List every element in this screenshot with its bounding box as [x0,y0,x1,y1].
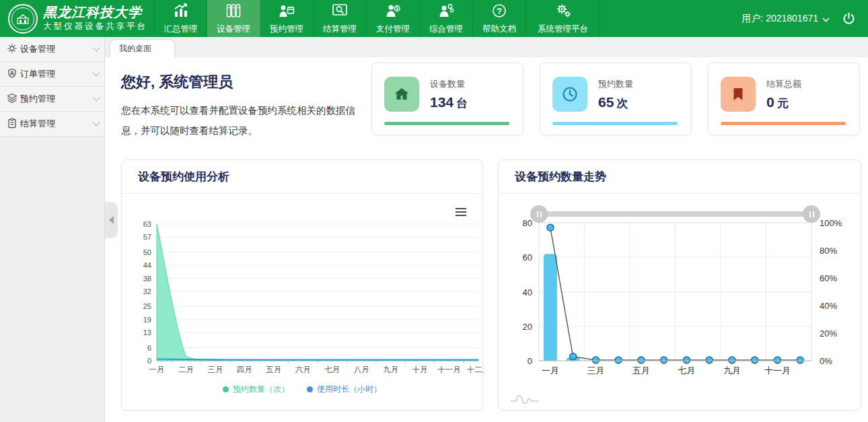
nav-item-settlement[interactable]: 结算管理 [314,0,367,37]
slider-track[interactable] [539,211,811,217]
tab-my-desktop[interactable]: 我的桌面 [110,39,175,57]
nav-item-label: 预约管理 [270,24,303,35]
stat-label: 设备数量 [430,78,468,90]
sidebar-item-reservation[interactable]: 预约管理 [0,87,104,112]
svg-text:一月: 一月 [542,365,559,376]
calendar-user-icon [278,3,295,24]
nav-item-general[interactable]: 综合管理 [420,0,473,37]
stat-value: 134台 [430,94,468,111]
clock-icon [552,77,587,112]
usage-chart[interactable]: 06131925323844505763一月二月三月四月五月六月七月八月九月十月… [122,194,484,381]
svg-text:13: 13 [143,328,151,337]
stat-accent-bar [384,122,509,125]
gears-icon [554,3,572,24]
main-nav: 汇总管理 设备管理 [154,0,600,37]
svg-text:五月: 五月 [632,365,650,376]
stat-label: 结算总额 [766,78,801,90]
slider-left-handle[interactable] [530,205,548,223]
nav-item-label: 系统管理平台 [538,24,588,35]
clipboard-icon [7,118,20,131]
chevron-down-icon [92,118,100,126]
svg-text:十二月: 十二月 [467,365,484,374]
svg-text:六月: 六月 [295,365,311,374]
welcome-description: 您在本系统可以查看并配置设备预约系统相关的数据信 息，并可以随时查看结算记录。 [121,100,371,141]
chevron-down-icon [92,44,100,51]
audit-screen-icon [331,3,349,24]
legend-item-usage-hours[interactable]: 使用时长（小时） [307,384,382,395]
stat-card-equipment-count: 设备数量 134台 [371,63,523,135]
svg-text:20%: 20% [820,328,837,339]
layers-icon [7,93,20,106]
nav-item-help[interactable]: ? 帮助文档 [473,0,526,37]
nav-item-system-admin[interactable]: 系统管理平台 [526,0,600,37]
svg-text:九月: 九月 [723,365,741,376]
svg-text:57: 57 [143,233,151,241]
svg-text:40: 40 [523,287,532,297]
svg-text:十月: 十月 [412,365,428,374]
pay-user-icon: S [384,3,402,24]
datazoom-slider[interactable] [539,205,811,223]
svg-text:0: 0 [147,357,151,365]
sidebar-item-label: 结算管理 [20,118,55,130]
stat-card-settlement-total: 结算总额 0元 [708,63,860,135]
nav-item-label: 支付管理 [376,24,410,35]
sidebar-item-equipment[interactable]: 设备管理 [0,37,104,62]
stat-accent-bar [721,122,846,125]
svg-text:20: 20 [523,322,532,332]
sidebar-item-label: 订单管理 [20,68,55,80]
university-name: 黑龙江科技大学 [43,5,147,20]
legend-item-reservations[interactable]: 预约数量（次） [223,384,289,395]
nav-item-equipment[interactable]: 设备管理 [207,0,260,37]
svg-text:0: 0 [528,356,532,366]
sidebar: 设备管理 订单管理 预约管理 [0,37,105,422]
user-menu[interactable]: 用户: 2021801671 [742,13,830,25]
trend-chart[interactable]: 0204060800%20%40%60%80%100%一月三月五月七月九月十一月 [499,201,861,384]
sidebar-item-label: 预约管理 [20,93,55,105]
sidebar-item-orders[interactable]: 订单管理 [0,62,104,87]
svg-text:60: 60 [523,252,532,262]
svg-text:63: 63 [143,220,151,228]
welcome-block: 您好, 系统管理员 您在本系统可以查看并配置设备预约系统相关的数据信 息，并可以… [121,63,371,141]
university-seal-icon [8,4,38,34]
slider-right-handle[interactable] [803,205,820,223]
nav-item-reservation[interactable]: 预约管理 [260,0,314,37]
svg-text:44: 44 [143,261,151,269]
svg-text:七月: 七月 [324,365,340,374]
svg-text:0%: 0% [820,356,832,366]
chevron-down-icon [822,13,830,24]
svg-text:60%: 60% [820,273,837,283]
svg-text:?: ? [497,5,502,15]
chart-menu-icon[interactable] [456,206,466,218]
top-navbar: 黑龙江科技大学 大型仪器设备共享平台 汇总管理 [0,0,868,37]
bar-chart-icon [172,3,190,24]
bookmark-icon [721,77,756,112]
svg-text:七月: 七月 [678,365,695,376]
svg-text:三月: 三月 [587,365,604,376]
nav-item-label: 结算管理 [323,24,357,35]
sidebar-collapse-handle[interactable] [105,202,118,238]
svg-text:40%: 40% [820,301,837,311]
usage-chart-legend: 预约数量（次） 使用时长（小时） [122,384,482,395]
trend-thumbnail-icon[interactable] [509,389,542,407]
gear-icon [7,43,20,56]
logout-power-icon[interactable] [842,11,856,26]
stat-accent-bar [552,122,678,125]
svg-text:八月: 八月 [354,365,369,374]
chevron-left-icon [109,216,114,224]
question-icon: ? [491,3,508,24]
nav-item-summary[interactable]: 汇总管理 [154,0,207,37]
svg-text:一月: 一月 [149,365,165,374]
svg-text:19: 19 [143,316,151,324]
archive-icon [225,3,242,24]
svg-text:三月: 三月 [207,365,223,374]
sidebar-item-settlement[interactable]: 结算管理 [0,112,104,137]
usage-chart-title: 设备预约使用分析 [122,160,482,194]
user-label: 用户: 2021801671 [742,13,818,25]
nav-item-label: 汇总管理 [164,24,198,35]
platform-name: 大型仪器设备共享平台 [43,21,147,32]
svg-text:十一月: 十一月 [437,365,461,374]
nav-item-label: 帮助文档 [482,24,516,35]
svg-text:100%: 100% [820,218,842,228]
nav-item-payment[interactable]: S 支付管理 [367,0,420,37]
sidebar-item-label: 设备管理 [20,43,55,55]
